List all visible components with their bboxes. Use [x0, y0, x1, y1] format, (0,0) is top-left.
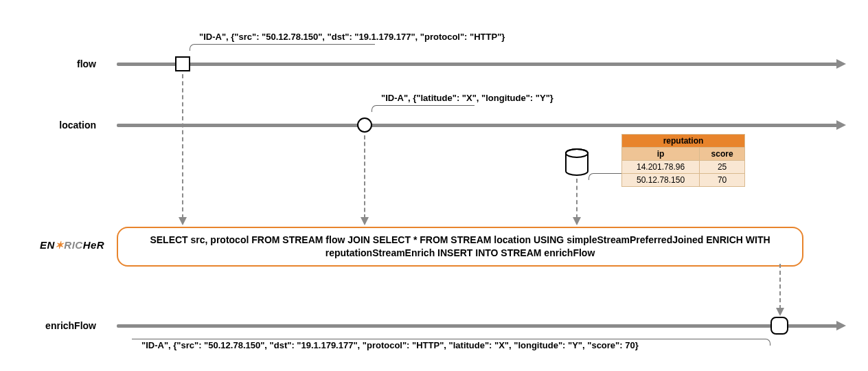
reputation-header-score: score [700, 148, 745, 161]
flow-stream-label: flow [41, 58, 96, 69]
location-to-query-arrowhead-icon [361, 217, 369, 225]
location-event-leader [372, 105, 475, 112]
location-stream-label: location [41, 120, 96, 131]
db-to-query-arrow [576, 179, 578, 218]
location-to-query-arrow [364, 135, 365, 218]
flow-event-leader [190, 44, 375, 51]
location-stream-arrowhead-icon [836, 120, 846, 130]
table-row: 14.201.78.96 25 [622, 161, 745, 174]
query-to-enrichflow-arrow [779, 264, 781, 309]
location-event-marker-icon [357, 117, 372, 133]
flow-event-marker-icon [175, 56, 190, 71]
enrichflow-event-marker-icon [770, 317, 788, 335]
enricher-logo: EN✶RICHeR [40, 239, 104, 251]
query-to-enrichflow-arrowhead-icon [776, 308, 784, 316]
query-box: SELECT src, protocol FROM STREAM flow JO… [117, 227, 803, 267]
flow-stream-arrowhead-icon [836, 59, 846, 69]
enrichflow-stream-arrowhead-icon [836, 321, 846, 330]
enrichflow-stream-line [117, 324, 838, 328]
flow-to-query-arrow [182, 74, 183, 218]
location-stream-line [117, 124, 838, 127]
flow-to-query-arrowhead-icon [179, 217, 187, 225]
stream-enrichment-diagram: flow "ID-A", {"src": "50.12.78.150", "ds… [0, 0, 868, 371]
enrichflow-stream-label: enrichFlow [27, 320, 96, 331]
reputation-table-title: reputation [622, 135, 745, 148]
query-text: SELECT src, protocol FROM STREAM flow JO… [150, 234, 770, 258]
reputation-table: reputation ip score 14.201.78.96 25 50.1… [621, 134, 745, 187]
flow-stream-line [117, 63, 838, 66]
database-icon [564, 148, 589, 176]
flow-event-label: "ID-A", {"src": "50.12.78.150", "dst": "… [199, 32, 505, 42]
reputation-leader [589, 173, 621, 180]
location-event-label: "ID-A", {"latitude": "X", "longitude": "… [381, 93, 553, 103]
table-row: 50.12.78.150 70 [622, 174, 745, 187]
reputation-header-ip: ip [622, 148, 700, 161]
enrichflow-event-label: "ID-A", {"src": "50.12.78.150", "dst": "… [141, 340, 639, 350]
db-to-query-arrowhead-icon [573, 217, 581, 225]
